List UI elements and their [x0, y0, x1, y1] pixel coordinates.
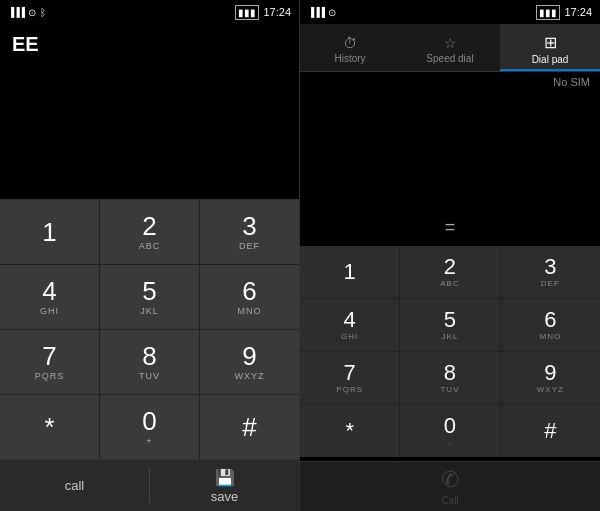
tab-speed-dial-label: Speed dial	[426, 53, 473, 64]
r-dial-key-8[interactable]: 8 TUV	[400, 352, 499, 404]
r-dial-key-6[interactable]: 6 MNO	[501, 299, 600, 351]
call-button-right[interactable]: ✆ Call	[300, 462, 600, 511]
tab-dial-pad-label: Dial pad	[532, 54, 569, 65]
r-dial-key-1[interactable]: 1	[300, 246, 399, 298]
dial-key-5[interactable]: 5 JKL	[100, 265, 199, 329]
status-right: ▮▮▮ 17:24	[235, 5, 291, 20]
save-label: save	[211, 489, 238, 504]
dialpad-left: 1 2 ABC 3 DEF 4 GHI 5 JKL 6 MNO 7 PQRS 8	[0, 199, 299, 459]
display-area-left	[0, 64, 299, 199]
tabs-bar: ⏱ History ☆ Speed dial ⊞ Dial pad	[300, 24, 600, 72]
right-phone: ▐▐▐ ⊙ ▮▮▮ 17:24 ⏱ History ☆ Speed dial ⊞…	[300, 0, 600, 511]
wifi-icon: ⊙	[28, 7, 36, 18]
dial-key-8[interactable]: 8 TUV	[100, 330, 199, 394]
dial-key-0[interactable]: 0 +	[100, 395, 199, 459]
status-left: ▐▐▐ ⊙ ᛒ	[8, 7, 46, 18]
r-dial-key-4[interactable]: 4 GHI	[300, 299, 399, 351]
save-icon: 💾	[215, 468, 235, 487]
dial-key-2[interactable]: 2 ABC	[100, 200, 199, 264]
dial-key-6[interactable]: 6 MNO	[200, 265, 299, 329]
save-button[interactable]: 💾 save	[150, 460, 299, 511]
status-bar-left: ▐▐▐ ⊙ ᛒ ▮▮▮ 17:24	[0, 0, 299, 24]
r-dial-key-2[interactable]: 2 ABC	[400, 246, 499, 298]
r-dial-key-0[interactable]: 0 .	[400, 405, 499, 457]
tab-speed-dial[interactable]: ☆ Speed dial	[400, 24, 500, 71]
display-area-right: = 1 2 ABC 3 DEF 4 GHI 5 JKL	[300, 94, 600, 461]
call-label: call	[65, 478, 85, 493]
equals-display: =	[300, 217, 600, 238]
tab-history-label: History	[334, 53, 365, 64]
bottom-bar-right: ✆ Call	[300, 461, 600, 511]
speed-dial-icon: ☆	[444, 35, 457, 51]
time-display: 17:24	[263, 6, 291, 18]
call-button[interactable]: call	[0, 460, 149, 511]
r-dial-key-7[interactable]: 7 PQRS	[300, 352, 399, 404]
r-dial-key-3[interactable]: 3 DEF	[501, 246, 600, 298]
time-display-right: 17:24	[564, 6, 592, 18]
call-icon-right: ✆	[441, 467, 459, 493]
battery-icon-right: ▮▮▮	[536, 5, 560, 20]
dial-key-star[interactable]: *	[0, 395, 99, 459]
dial-key-7[interactable]: 7 PQRS	[0, 330, 99, 394]
history-icon: ⏱	[343, 35, 357, 51]
r-dial-key-9[interactable]: 9 WXYZ	[501, 352, 600, 404]
dial-key-hash[interactable]: #	[200, 395, 299, 459]
dial-key-3[interactable]: 3 DEF	[200, 200, 299, 264]
status-left-right: ▐▐▐ ⊙	[308, 7, 336, 18]
dial-key-9[interactable]: 9 WXYZ	[200, 330, 299, 394]
dialpad-right: 1 2 ABC 3 DEF 4 GHI 5 JKL 6 MNO	[300, 246, 600, 457]
call-label-right: Call	[441, 495, 458, 506]
bluetooth-icon: ᛒ	[40, 7, 46, 18]
tab-history[interactable]: ⏱ History	[300, 24, 400, 71]
signal-icon: ▐▐▐	[8, 7, 24, 17]
battery-icon: ▮▮▮	[235, 5, 259, 20]
left-phone: ▐▐▐ ⊙ ᛒ ▮▮▮ 17:24 EE 1 2 ABC 3 DEF 4 GHI	[0, 0, 300, 511]
status-right-right: ▮▮▮ 17:24	[536, 5, 592, 20]
carrier-name: EE	[0, 24, 299, 64]
wifi-icon-right: ⊙	[328, 7, 336, 18]
r-dial-key-5[interactable]: 5 JKL	[400, 299, 499, 351]
dial-key-4[interactable]: 4 GHI	[0, 265, 99, 329]
no-sim-text: No SIM	[553, 76, 590, 88]
r-dial-key-star[interactable]: *	[300, 405, 399, 457]
dial-key-1[interactable]: 1	[0, 200, 99, 264]
dial-pad-icon: ⊞	[544, 33, 557, 52]
bottom-bar-left: call 💾 save	[0, 459, 299, 511]
signal-icon-right: ▐▐▐	[308, 7, 324, 17]
status-bar-right: ▐▐▐ ⊙ ▮▮▮ 17:24	[300, 0, 600, 24]
tab-dial-pad[interactable]: ⊞ Dial pad	[500, 24, 600, 71]
no-sim-bar: No SIM	[300, 72, 600, 94]
r-dial-key-hash[interactable]: #	[501, 405, 600, 457]
